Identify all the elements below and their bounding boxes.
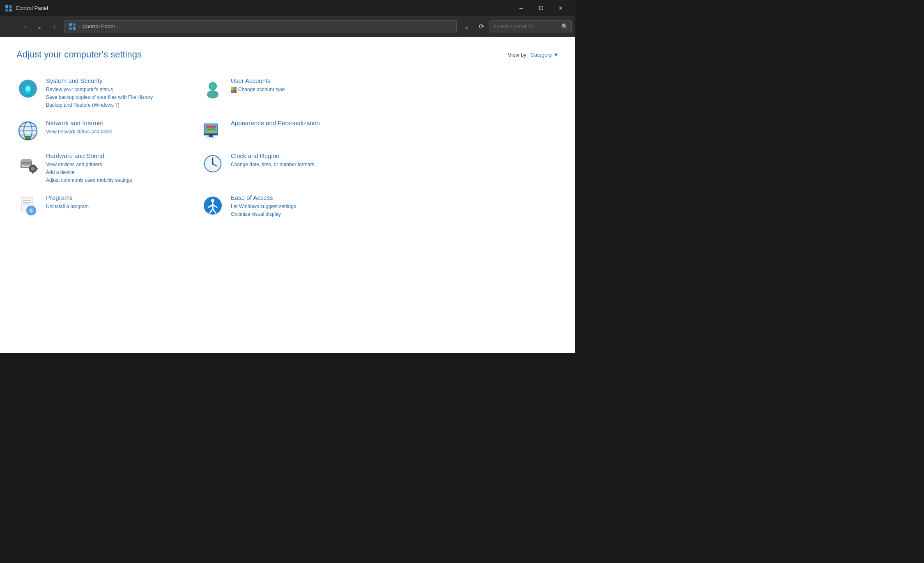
category-appearance[interactable]: Appearance and Personalization [201,114,386,147]
network-link-1[interactable]: View network status and tasks [46,128,193,136]
main-content: Adjust your computer's settings View by:… [0,37,575,353]
svg-rect-0 [5,5,8,8]
clock-title[interactable]: Clock and Region [231,152,378,159]
programs-title[interactable]: Programs [46,194,193,201]
recent-locations-button[interactable]: ⌄ [33,20,46,33]
svg-rect-4 [69,23,72,26]
programs-link-1[interactable]: Uninstall a program [46,203,193,211]
ease-icon [201,194,224,217]
viewby-dropdown[interactable]: Category ▼ [530,52,559,58]
network-icon [16,119,39,142]
page-title: Adjust your computer's settings [16,49,142,60]
svg-rect-2 [5,9,8,11]
svg-rect-13 [231,87,234,90]
window-controls: ─ ☐ ✕ [512,2,570,15]
ease-link-2[interactable]: Optimize visual display [231,211,378,218]
restore-button[interactable]: ☐ [531,2,550,15]
svg-rect-42 [29,168,31,169]
search-icon[interactable]: 🔍 [561,23,568,30]
viewby-chevron-icon: ▼ [553,52,559,58]
svg-rect-5 [73,23,76,26]
svg-rect-29 [206,128,216,130]
categories-grid: System and Security Review your computer… [16,72,386,224]
network-title[interactable]: Network and Internet [46,119,193,126]
svg-rect-3 [9,9,12,11]
programs-icon [16,194,39,217]
address-bar[interactable]: › Control Panel › [64,20,457,33]
breadcrumb-control-panel[interactable]: Control Panel [83,23,115,30]
category-network[interactable]: Network and Internet View network status… [16,114,201,147]
category-hardware[interactable]: Hardware and Sound View devices and prin… [16,147,201,190]
system-security-title[interactable]: System and Security [46,77,193,84]
back-button[interactable]: ← [3,20,16,33]
category-system-security[interactable]: System and Security Review your computer… [16,72,201,114]
user-accounts-title[interactable]: User Accounts [231,77,378,84]
clock-link-1[interactable]: Change date, time, or number formats [231,161,378,169]
viewby-label: View by: [508,52,528,58]
svg-rect-14 [234,87,237,90]
user-accounts-text: User Accounts Change account type [231,77,378,95]
svg-rect-32 [209,135,213,137]
svg-rect-41 [32,172,34,174]
system-security-link-1[interactable]: Review your computer's status [46,86,193,94]
hardware-link-1[interactable]: View devices and printers [46,161,193,169]
user-accounts-link-1[interactable]: Change account type [231,86,378,95]
programs-text: Programs Uninstall a program [46,194,193,211]
svg-rect-15 [231,90,234,93]
ease-text: Ease of Access Let Windows suggest setti… [231,194,378,218]
ease-link-1[interactable]: Let Windows suggest settings [231,203,378,211]
svg-rect-37 [23,165,30,166]
window-title: Control Panel [16,5,512,11]
system-security-text: System and Security Review your computer… [46,77,193,110]
titlebar: Control Panel ─ ☐ ✕ [0,0,575,16]
forward-button[interactable]: → [18,20,31,33]
category-user-accounts[interactable]: User Accounts Change account type [201,72,386,114]
svg-rect-24 [26,138,30,139]
system-security-icon [16,77,39,100]
svg-rect-7 [73,27,76,30]
hardware-title[interactable]: Hardware and Sound [46,152,193,159]
svg-rect-1 [9,5,12,8]
svg-rect-25 [25,139,30,140]
app-icon [5,5,12,12]
up-button[interactable]: ↑ [48,20,61,33]
clock-icon [201,152,224,175]
category-ease[interactable]: Ease of Access Let Windows suggest setti… [201,189,386,223]
appearance-text: Appearance and Personalization [231,119,378,128]
clock-text: Clock and Region Change date, time, or n… [231,152,378,169]
refresh-button[interactable]: ⟳ [475,20,488,33]
close-button[interactable]: ✕ [551,2,570,15]
network-text: Network and Internet View network status… [46,119,193,136]
svg-rect-6 [69,27,72,30]
minimize-button[interactable]: ─ [512,2,531,15]
appearance-title[interactable]: Appearance and Personalization [231,119,378,126]
svg-rect-31 [204,134,218,135]
category-programs[interactable]: Programs Uninstall a program [16,189,201,223]
svg-point-49 [212,163,214,165]
svg-point-9 [25,86,30,91]
breadcrumb-separator-2: › [117,24,119,29]
ease-title[interactable]: Ease of Access [231,194,378,201]
svg-rect-43 [36,168,38,169]
svg-point-12 [209,83,216,89]
svg-rect-28 [206,126,216,128]
search-input[interactable] [493,24,559,30]
search-box[interactable]: 🔍 [490,20,572,33]
svg-rect-40 [32,165,34,167]
view-by: View by: Category ▼ [508,52,559,58]
system-security-link-3[interactable]: Backup and Restore (Windows 7) [46,101,193,109]
address-dropdown-button[interactable]: ⌄ [460,20,473,33]
user-accounts-icon [201,77,224,100]
svg-rect-35 [22,159,31,162]
navigation-bar: ← → ⌄ ↑ › Control Panel › ⌄ ⟳ 🔍 [0,16,575,37]
hardware-text: Hardware and Sound View devices and prin… [46,152,193,185]
system-security-link-2[interactable]: Save backup copies of your files with Fi… [46,94,193,101]
svg-point-39 [31,167,35,171]
svg-point-11 [207,90,218,98]
category-clock[interactable]: Clock and Region Change date, time, or n… [201,147,386,190]
hardware-link-3[interactable]: Adjust commonly used mobility settings [46,176,193,184]
svg-rect-33 [206,137,215,137]
hardware-link-2[interactable]: Add a device [46,169,193,176]
appearance-icon [201,119,224,142]
breadcrumb-separator-1: › [78,24,80,29]
